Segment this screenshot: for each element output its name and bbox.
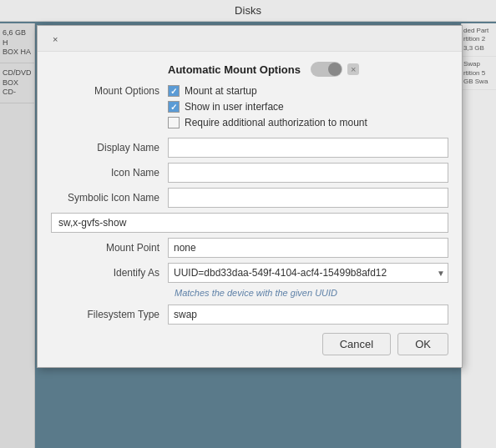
ok-button[interactable]: OK: [397, 333, 448, 355]
filesystem-type-input[interactable]: [168, 305, 448, 325]
sidebar-item-1[interactable]: 6,6 GB H BOX HA: [0, 23, 34, 63]
dialog: × Automatic Mount Options × Mount Option…: [37, 25, 463, 368]
icon-name-label: Icon Name: [51, 167, 168, 179]
mount-point-row: Mount Point: [51, 238, 448, 258]
title-bar: Disks: [0, 0, 496, 22]
identify-as-helper: Matches the device with the given UUID: [175, 288, 448, 298]
symbolic-icon-name-label: Symbolic Icon Name: [51, 192, 168, 204]
checkboxes-group: ✓ Mount at startup ✓ Show in user interf…: [168, 85, 367, 133]
right-item-1: ded Part rtition 2 3,3 GB: [462, 23, 496, 57]
checkbox-label-startup: Mount at startup: [185, 85, 257, 97]
checkbox-require-auth[interactable]: [168, 117, 180, 128]
symbolic-icon-name-input[interactable]: [168, 188, 448, 208]
dialog-close-button[interactable]: ×: [46, 31, 64, 48]
display-name-input[interactable]: [168, 138, 448, 158]
checkbox-mount-startup[interactable]: ✓: [168, 85, 180, 97]
dialog-title: Automatic Mount Options: [168, 63, 301, 76]
cancel-button[interactable]: Cancel: [322, 333, 391, 355]
filesystem-type-label: Filesystem Type: [51, 309, 168, 320]
checkbox-show-ui[interactable]: ✓: [168, 101, 180, 113]
toggle-knob: [328, 63, 342, 76]
mount-point-input[interactable]: [168, 238, 448, 258]
mount-point-label: Mount Point: [51, 242, 168, 254]
checkbox-row-startup: ✓ Mount at startup: [168, 85, 367, 97]
display-name-label: Display Name: [51, 142, 168, 154]
toggle-switch[interactable]: [311, 62, 342, 77]
button-row: Cancel OK: [51, 333, 448, 355]
bg-right-panel: ded Part rtition 2 3,3 GB Swap rtition 5…: [461, 23, 496, 448]
right-item-2: Swap rtition 5 GB Swa: [462, 57, 496, 90]
mount-options-label: Mount Options: [51, 85, 168, 97]
mount-options-row: Mount Options ✓ Mount at startup ✓ Show …: [51, 85, 448, 133]
identify-as-row: Identify As UUID=dbd33daa-549f-4104-acf4…: [51, 263, 448, 283]
checkbox-row-show-ui: ✓ Show in user interface: [168, 101, 367, 113]
filesystem-type-row: Filesystem Type: [51, 305, 448, 325]
toggle-x-label: ×: [347, 63, 359, 75]
checkbox-label-show-ui: Show in user interface: [185, 101, 284, 113]
identify-as-wrapper: UUID=dbd33daa-549f-4104-acf4-15499b8afd1…: [168, 263, 448, 283]
window-title: Disks: [235, 4, 261, 17]
title-row: Automatic Mount Options ×: [51, 62, 448, 77]
identify-as-select[interactable]: UUID=dbd33daa-549f-4104-acf4-15499b8afd1…: [168, 263, 448, 283]
identify-as-label: Identify As: [51, 267, 168, 279]
options-input[interactable]: [51, 213, 448, 233]
icon-name-row: Icon Name: [51, 163, 448, 183]
checkbox-row-require-auth: Require additional authorization to moun…: [168, 117, 367, 128]
display-name-row: Display Name: [51, 138, 448, 158]
icon-name-input[interactable]: [168, 163, 448, 183]
options-box: [51, 213, 448, 233]
sidebar-item-2[interactable]: CD/DVD BOX CD-: [0, 63, 34, 103]
bg-sidebar: 6,6 GB H BOX HA CD/DVD BOX CD-: [0, 23, 35, 448]
checkbox-label-require-auth: Require additional authorization to moun…: [185, 117, 367, 128]
symbolic-icon-name-row: Symbolic Icon Name: [51, 188, 448, 208]
dialog-header: ×: [38, 26, 462, 52]
dialog-body: Automatic Mount Options × Mount Options …: [38, 52, 462, 367]
